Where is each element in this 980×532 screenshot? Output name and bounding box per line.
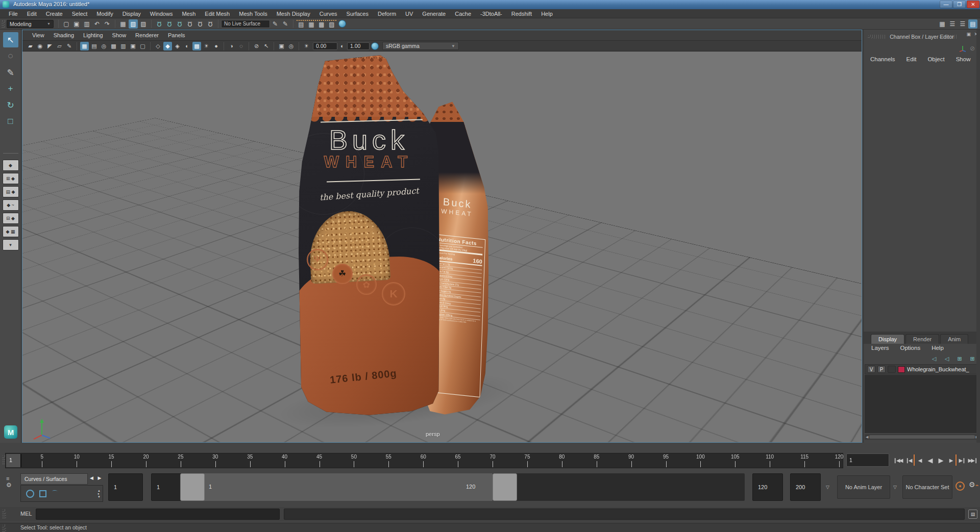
create-layer-from-selected-icon[interactable]: ⊞ <box>968 355 976 362</box>
ipr-render-icon[interactable]: ▩ <box>317 20 326 28</box>
play-backwards-button[interactable]: ◀ <box>924 454 935 466</box>
channel-box-menu-channels[interactable]: Channels <box>865 56 901 62</box>
minimize-button[interactable]: — <box>940 1 952 8</box>
selection-highlight-icon[interactable]: ↖ <box>262 42 271 50</box>
tab-anim[interactable]: Anim <box>940 334 968 344</box>
layer-color-swatch[interactable] <box>898 366 905 373</box>
tab-render[interactable]: Render <box>905 334 939 344</box>
wireframe-icon[interactable]: ◇ <box>154 42 162 50</box>
range-slider[interactable]: 1 120 <box>180 473 745 501</box>
layer-display-type-box[interactable] <box>888 366 896 373</box>
layout-more-dropdown-icon[interactable]: ▾ <box>3 239 19 250</box>
layer-visibility-toggle[interactable]: V <box>867 366 875 373</box>
image-plane-icon[interactable]: ▱ <box>55 42 64 50</box>
multisample-icon[interactable]: ⊘ <box>252 42 261 50</box>
redo-icon[interactable]: ↷ <box>103 19 112 29</box>
gamma-field[interactable]: 1.00 <box>347 42 370 50</box>
panel-menu-shading[interactable]: Shading <box>49 32 79 38</box>
layout-single-pane-icon[interactable]: ◆ <box>3 160 19 171</box>
channel-box-toggle-icon[interactable]: ☰ <box>958 19 967 29</box>
shaded-icon[interactable]: ◆ <box>163 42 172 50</box>
nurbs-circle-icon[interactable] <box>26 490 34 498</box>
channel-box-menu-show[interactable]: Show <box>950 56 976 62</box>
open-scene-icon[interactable]: ▣ <box>72 19 81 29</box>
layer-editor-menu-layers[interactable]: Layers <box>866 345 895 351</box>
panel-menu-renderer[interactable]: Renderer <box>131 32 163 38</box>
select-camera-icon[interactable]: ▰ <box>26 42 35 50</box>
menu-create[interactable]: Create <box>41 11 67 17</box>
snap-point-icon[interactable]: Ω <box>175 19 184 29</box>
layer-editor-scrollbar[interactable]: ◀ ▶ <box>865 434 979 440</box>
help-line-grip[interactable] <box>2 524 6 531</box>
layout-four-pane-icon[interactable]: ⊞ ◆ <box>3 173 19 184</box>
layer-editor-menu-options[interactable]: Options <box>895 345 926 351</box>
menu-curves[interactable]: Curves <box>315 11 342 17</box>
motion-blur-icon[interactable]: ◌ <box>237 42 246 50</box>
tab-display[interactable]: Display <box>871 334 904 344</box>
menu-set-dropdown[interactable]: Modeling ▼ <box>7 20 54 28</box>
color-management-toggle-icon[interactable] <box>371 42 379 50</box>
menu-surfaces[interactable]: Surfaces <box>342 11 373 17</box>
buckwheat-package-model[interactable]: Buck WHEAT Nutrition Facts 18 servings p… <box>298 53 489 418</box>
layer-name[interactable]: Wholegrain_Buckwheat_ <box>907 366 969 372</box>
grid-toggle-icon[interactable]: ▦ <box>80 42 89 50</box>
animation-preferences-icon[interactable]: ⚙⌁ <box>969 480 978 489</box>
exposure-icon[interactable]: ☀ <box>302 42 311 50</box>
animation-end-field[interactable]: 200 <box>790 473 821 501</box>
time-slider[interactable]: 1 51015202530354045505560657075808590951… <box>5 453 843 468</box>
scale-tool-icon[interactable]: □ <box>3 114 18 129</box>
contrast-icon[interactable]: ◐ <box>338 42 347 50</box>
undo-icon[interactable]: ↶ <box>92 19 102 29</box>
close-button[interactable]: ✕ <box>967 1 979 8</box>
camera-attributes-icon[interactable]: ◉ <box>36 42 44 50</box>
rotate-tool-icon[interactable]: ↻ <box>3 97 18 113</box>
menu-mesh-display[interactable]: Mesh Display <box>272 11 315 17</box>
default-material-icon[interactable]: ◐ <box>183 42 191 50</box>
film-gate-icon[interactable]: ▤ <box>90 42 99 50</box>
range-end-handle[interactable] <box>493 473 517 501</box>
safe-title-icon[interactable]: ▢ <box>138 42 147 50</box>
menu--3dtoall-[interactable]: -3DtoAll- <box>476 11 507 17</box>
menu-cache[interactable]: Cache <box>450 11 476 17</box>
select-component-icon[interactable]: ▨ <box>139 19 148 29</box>
occlusion-icon[interactable]: ◑ <box>227 42 236 50</box>
chevron-down-icon[interactable]: ▽ <box>826 485 829 490</box>
playback-end-field[interactable]: 120 <box>752 473 783 501</box>
make-live-icon[interactable]: Ω <box>206 19 215 29</box>
scroll-left-arrow-icon[interactable]: ◀ <box>866 435 868 439</box>
menu-display[interactable]: Display <box>118 11 145 17</box>
menu-help[interactable]: Help <box>536 11 557 17</box>
select-hierarchy-icon[interactable]: ▦ <box>118 19 128 29</box>
scrollbar-thumb[interactable] <box>869 435 974 439</box>
snap-curve-icon[interactable]: Ω <box>165 19 174 29</box>
animation-start-field[interactable]: 1 <box>108 473 143 501</box>
two-d-pan-zoom-icon[interactable]: ✎ <box>65 42 74 50</box>
menu-modify[interactable]: Modify <box>92 11 117 17</box>
manipulator-axis-icon[interactable] <box>959 45 967 52</box>
create-empty-layer-icon[interactable]: ⊞ <box>955 355 964 362</box>
select-tool-icon[interactable]: ↖ <box>3 32 18 47</box>
panel-menu-view[interactable]: View <box>28 32 49 38</box>
render-settings-icon[interactable]: ▨ <box>327 20 336 28</box>
gear-icon[interactable]: ⚙ <box>6 482 12 489</box>
menu-mesh[interactable]: Mesh <box>177 11 200 17</box>
save-scene-icon[interactable]: ▥ <box>82 19 91 29</box>
snap-grid-icon[interactable]: Ω <box>155 19 164 29</box>
textured-icon[interactable]: ▩ <box>192 42 201 50</box>
layer-row[interactable]: V P Wholegrain_Buckwheat_ <box>865 364 979 374</box>
snap-view-plane-icon[interactable]: Ω <box>195 19 205 29</box>
new-scene-icon[interactable]: ▢ <box>62 19 71 29</box>
layer-list-empty-area[interactable] <box>865 375 979 433</box>
viewport-3d-area[interactable]: Buck WHEAT Nutrition Facts 18 servings p… <box>22 52 862 442</box>
character-set-dropdown[interactable]: No Character Set <box>902 475 952 499</box>
command-line-grip[interactable] <box>2 509 6 518</box>
gate-mask-icon[interactable]: ▩ <box>109 42 118 50</box>
chevron-down-icon[interactable]: ▽ <box>893 485 897 490</box>
selection-pen-icon[interactable]: ✎ <box>281 19 290 29</box>
live-surface-field[interactable]: No Live Surface <box>221 20 270 28</box>
mel-result-field[interactable] <box>284 509 965 520</box>
curve-tool-icon[interactable]: ⌒ <box>52 489 58 498</box>
menu-file[interactable]: File <box>4 11 22 17</box>
anim-layer-dropdown[interactable]: No Anim Layer <box>837 475 890 499</box>
playback-range-bar[interactable] <box>204 473 493 501</box>
